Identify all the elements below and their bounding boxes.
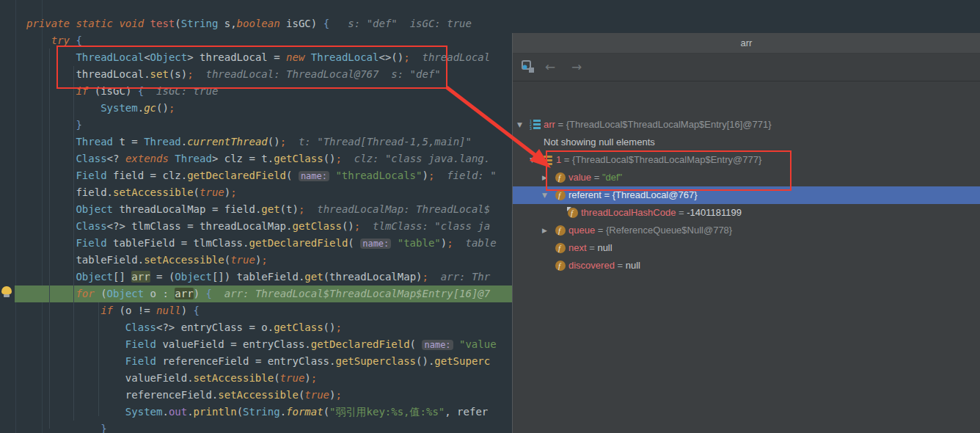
code-line[interactable]: private static void test(String s,boolea… bbox=[26, 15, 497, 32]
code-token: ) bbox=[181, 305, 194, 316]
code-token: currentThread bbox=[187, 136, 268, 148]
code-token: Field bbox=[125, 338, 156, 350]
code-line[interactable]: for (Object o : arr) { arr: ThreadLocal$… bbox=[26, 285, 497, 302]
code-line[interactable]: field.setAccessible(true); bbox=[26, 184, 497, 201]
chevron-down-icon[interactable]: ▼ bbox=[542, 192, 547, 199]
code-line[interactable]: Object threadLocalMap = field.get(t); th… bbox=[26, 201, 497, 218]
code-line[interactable]: } bbox=[26, 421, 497, 433]
code-line[interactable]: if (o != null) { bbox=[26, 302, 497, 319]
inspect-icon[interactable] bbox=[522, 60, 535, 76]
code-token: t: "Thread[Thread-1,5,main]" bbox=[286, 136, 472, 148]
code-token: () bbox=[342, 220, 354, 232]
code-token: ) bbox=[224, 186, 230, 198]
code-token: for bbox=[76, 288, 100, 299]
code-line[interactable]: Class<? extends Thread> clz = t.getClass… bbox=[26, 150, 497, 167]
code-token bbox=[26, 423, 100, 433]
code-token: ( bbox=[224, 254, 230, 266]
popup-title[interactable]: arr bbox=[513, 33, 980, 54]
code-token: { bbox=[76, 34, 81, 46]
code-line[interactable]: Class<?> tlmClass = threadLocalMap.getCl… bbox=[26, 218, 497, 235]
code-token: ; bbox=[280, 136, 286, 148]
code-token: setAccessible bbox=[144, 254, 224, 266]
debugger-inspect-popup: arr ← → ▼123arr = {ThreadLocal$ThreadLoc… bbox=[513, 33, 980, 433]
tree-row-next[interactable]: fnext = null bbox=[513, 239, 980, 257]
code-line[interactable]: Thread t = Thread.currentThread(); t: "T… bbox=[26, 134, 497, 150]
code-token: ) bbox=[422, 170, 428, 181]
code-line[interactable]: Field tableField = tlmClass.getDeclaredF… bbox=[26, 235, 497, 252]
code-token: , refer bbox=[445, 406, 488, 418]
code-token: true bbox=[200, 186, 224, 198]
code-token: threadLocalMap = field. bbox=[113, 203, 261, 215]
forward-arrow-icon[interactable]: → bbox=[571, 60, 582, 73]
code-token: ; bbox=[261, 254, 267, 266]
chevron-right-icon[interactable]: ▶ bbox=[542, 227, 547, 234]
code-token: "threadLocals" bbox=[329, 170, 422, 181]
code-token: ; bbox=[447, 237, 453, 249]
tree-row-discovered[interactable]: fdiscovered = null bbox=[513, 257, 980, 274]
code-token: (t) bbox=[280, 203, 299, 215]
code-token: referenceField = entryClass. bbox=[156, 355, 335, 367]
code-token: { bbox=[194, 305, 200, 316]
chevron-down-icon[interactable]: ▼ bbox=[530, 156, 535, 164]
value-bars-icon bbox=[542, 154, 554, 166]
code-line[interactable]: Field referenceField = entryClass.getSup… bbox=[26, 353, 497, 370]
field-icon: f bbox=[555, 242, 566, 254]
chevron-right-icon[interactable]: ▶ bbox=[542, 174, 547, 181]
tree-row-referent[interactable]: ▼freferent = {ThreadLocal@767} bbox=[513, 186, 980, 204]
back-arrow-icon[interactable]: ← bbox=[545, 60, 555, 73]
code-token: <?> tlmClass = threadLocalMap. bbox=[107, 220, 293, 232]
tree-row-queue[interactable]: ▶fqueue = {ReferenceQueue$Null@778} bbox=[513, 222, 980, 239]
code-token: s, bbox=[218, 18, 236, 29]
code-token: tableField = tlmClass. bbox=[107, 237, 249, 249]
code-line[interactable]: Field valueField = entryClass.getDeclare… bbox=[26, 336, 497, 353]
code-token bbox=[26, 321, 125, 333]
tree-message-row[interactable]: Not showing null elements bbox=[513, 134, 980, 151]
code-token: ; bbox=[187, 68, 193, 80]
intention-bulb-icon[interactable] bbox=[1, 286, 12, 294]
code-token bbox=[26, 102, 100, 114]
code-token: ThreadLocal bbox=[311, 51, 379, 63]
code-line[interactable]: referenceField.setAccessible(true); bbox=[26, 387, 497, 404]
tree-row-threadLocalHashCode[interactable]: fthreadLocalHashCode = -1401181199 bbox=[513, 204, 980, 222]
chevron-down-icon[interactable]: ▼ bbox=[517, 121, 522, 128]
code-token: > clz = t. bbox=[212, 153, 274, 164]
code-token: Object bbox=[107, 288, 145, 299]
code-token: ; bbox=[335, 389, 341, 401]
tree-message-text: Not showing null elements bbox=[544, 137, 655, 148]
code-line[interactable]: Class<?> entryClass = o.getClass(); bbox=[26, 319, 497, 336]
code-token: setAccessible bbox=[113, 186, 194, 198]
code-line[interactable]: try { bbox=[26, 32, 497, 49]
code-token: tlmClass: "class ja bbox=[360, 220, 490, 232]
code-token: ( bbox=[194, 186, 200, 198]
code-line[interactable]: valueField.setAccessible(true); bbox=[26, 370, 497, 387]
field-icon: f bbox=[555, 225, 566, 236]
code-token: Class bbox=[76, 220, 106, 232]
tree-row-value[interactable]: ▶fvalue = "def" bbox=[513, 169, 980, 186]
gutter-separator bbox=[15, 0, 16, 433]
code-line[interactable]: Field field = clz.getDeclaredField( name… bbox=[26, 167, 497, 184]
code-line[interactable]: System.gc(); bbox=[26, 100, 497, 117]
code-token: isGC: true bbox=[144, 85, 218, 97]
code-token: Object bbox=[76, 203, 113, 215]
code-token: Field bbox=[76, 170, 106, 181]
code-line[interactable]: } bbox=[26, 117, 497, 134]
code-token: ; bbox=[354, 220, 360, 232]
code-editor[interactable]: private static void test(String s,boolea… bbox=[0, 0, 513, 433]
code-token: () bbox=[268, 136, 280, 148]
code-line[interactable]: tableField.setAccessible(true); bbox=[26, 252, 497, 269]
code-line[interactable]: if (isGC) { isGC: true bbox=[26, 83, 497, 100]
code-token: Thread bbox=[144, 136, 181, 148]
code-line[interactable]: ThreadLocal<Object> threadLocal = new Th… bbox=[26, 49, 497, 66]
code-line[interactable]: System.out.println(String.format("弱引用key… bbox=[26, 404, 497, 421]
code-token bbox=[26, 355, 125, 367]
code-line[interactable]: Object[] arr = (Object[]) tableField.get… bbox=[26, 269, 497, 285]
code-token: . bbox=[138, 102, 144, 114]
code-token: Thread bbox=[76, 136, 113, 148]
code-token: . bbox=[280, 406, 286, 418]
tree-row-1[interactable]: ▼1 = {ThreadLocal$ThreadLocalMap$Entry@7… bbox=[513, 151, 980, 169]
code-line[interactable]: threadLocal.set(s); threadLocal: ThreadL… bbox=[26, 66, 497, 83]
code-token: arr: ThreadLocal$ThreadLocalMap$Entry[16… bbox=[212, 288, 490, 299]
code-token: = ( bbox=[150, 271, 175, 283]
code-lines: private static void test(String s,boolea… bbox=[26, 15, 497, 433]
tree-row-arr[interactable]: ▼123arr = {ThreadLocal$ThreadLocalMap$En… bbox=[513, 116, 980, 134]
